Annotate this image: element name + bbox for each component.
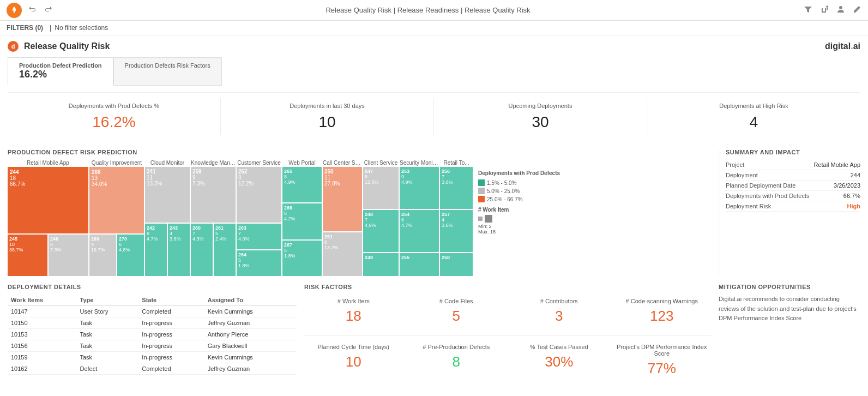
treemap-cell-257[interactable]: 257 4 3.6% <box>440 210 473 252</box>
table-row[interactable]: 10162 Defect Completed Jeffrey Guzman <box>8 363 297 375</box>
account-icon[interactable] <box>836 5 845 15</box>
mitigation-text: Digital.ai recommends to consider conduc… <box>719 295 860 323</box>
risk-pre-prod: # Pre-Production Defects 8 <box>407 340 506 380</box>
col-header-knowledge: Knowledge Manag... <box>191 160 236 166</box>
treemap-cell-244[interactable]: 244 18 66.7% <box>8 167 88 233</box>
legend-label-high: 25.0% - 66.7% <box>487 196 523 202</box>
treemap-cell-261[interactable]: 261 5 2.4% <box>214 224 236 276</box>
page-heading: Release Quality Risk <box>24 41 110 51</box>
cell-type: User Story <box>77 306 139 317</box>
table-row[interactable]: 10150 Task In-progress Jeffrey Guzman <box>8 317 297 329</box>
treemap-cell-251[interactable]: 251 6 13.2% <box>323 232 362 276</box>
cell-type: Task <box>77 329 139 340</box>
legend-title: Deployments with Prod Defects <box>478 170 560 176</box>
filter-icon[interactable] <box>804 5 812 15</box>
deployment-section: DEPLOYMENT DETAILS Work Items Type State… <box>8 284 297 380</box>
treemap-col-webportal: 265 8 4.9% 266 6 4.2% 267 5 1.8% <box>282 167 322 276</box>
table-row[interactable]: 10153 Task In-progress Anthony Pierce <box>8 329 297 340</box>
treemap-cell-263[interactable]: 263 7 4.0% <box>237 224 281 249</box>
tab-risk-factors[interactable]: Production Defects Risk Factors <box>113 57 222 86</box>
treemap-cell-258[interactable]: 258 <box>440 253 473 276</box>
table-row[interactable]: 10147 User Story Completed Kevin Cumming… <box>8 306 297 317</box>
treemap-col-customer: 262 8 12.2% 263 7 4.0% 264 5 1. <box>237 167 281 276</box>
table-row[interactable]: 10159 Task In-progress Kevin Cummings <box>8 352 297 363</box>
risk-factors-section: RISK FACTORS # Work Item 18 # Code Files… <box>304 284 711 380</box>
treemap-cell-255[interactable]: 255 <box>400 253 439 276</box>
cell-state: In-progress <box>138 317 204 329</box>
deployment-table: Work Items Type State Assigned To 10147 … <box>8 295 297 375</box>
cell-type: Task <box>77 340 139 352</box>
tab-production-defect[interactable]: Production Defect Prediction 16.2% <box>8 57 113 86</box>
cell-work-item: 10153 <box>8 329 77 340</box>
treemap-cell-259[interactable]: 259 9 7.3% <box>191 167 236 223</box>
treemap-cell-242[interactable]: 242 8 4.7% <box>145 224 167 276</box>
cell-assigned: Kevin Cummings <box>204 352 297 363</box>
cell-work-item: 10159 <box>8 352 77 363</box>
legend-min: Min: 2 <box>478 224 560 229</box>
treemap-headers: Retail Mobile App Quality Improvement Cl… <box>8 160 711 166</box>
undo-icon[interactable] <box>28 5 37 15</box>
risk-contributors: # Contributors 3 <box>510 295 608 328</box>
treemap-cell-260[interactable]: 260 7 4.3% <box>191 224 213 276</box>
nav-right <box>804 5 861 15</box>
legend-color-low <box>478 179 485 186</box>
treemap-cell-268[interactable]: 268 13 34.0% <box>89 167 144 233</box>
risk-divider <box>304 335 711 336</box>
edit-icon[interactable] <box>853 5 861 15</box>
col-header-callcenter: Call Center Supp... <box>323 160 362 166</box>
d-logo: d <box>8 41 19 52</box>
cell-work-item: 10162 <box>8 363 77 375</box>
nav-left <box>7 3 52 18</box>
treemap-cell-253[interactable]: 253 9 4.9% <box>400 167 439 209</box>
cell-state: In-progress <box>138 352 204 363</box>
risk-dpm: Project's DPM Performance Index Score 77… <box>613 340 712 380</box>
risk-cycle-time: Planned Cycle Time (days) 10 <box>304 340 403 380</box>
treemap-cell-269[interactable]: 269 9 16.7% <box>89 235 116 276</box>
treemap-cell-265[interactable]: 265 8 4.9% <box>282 167 322 202</box>
work-item-legend-title: # Work Item <box>478 207 560 213</box>
treemap-cell-266[interactable]: 266 6 4.2% <box>282 203 322 239</box>
treemap-cell-267[interactable]: 267 5 1.8% <box>282 241 322 276</box>
treemap-cell-256[interactable]: 256 7 3.8% <box>440 167 473 209</box>
legend-item-high: 25.0% - 66.7% <box>478 196 560 202</box>
legend-item-low: 1.5% - 5.0% <box>478 179 560 186</box>
treemap-cell-254[interactable]: 254 6 4.7% <box>400 210 439 252</box>
col-header-client: Client Service <box>363 160 399 166</box>
cell-state: Completed <box>138 306 204 317</box>
filters-label: FILTERS (0) <box>7 24 43 32</box>
summary-row-date: Planned Deployment Date 3/26/2023 <box>726 181 860 191</box>
tabs-container: Production Defect Prediction 16.2% Produ… <box>8 57 860 86</box>
treemap-section: PRODUCTION DEFECT RISK PREDICTION Retail… <box>8 149 711 276</box>
treemap-cell-247[interactable]: 247 8 12.8% <box>363 167 399 209</box>
treemap-cell-250[interactable]: 250 11 27.8% <box>323 167 362 231</box>
treemap-cell-246[interactable]: 246 6 7.3% <box>49 235 88 276</box>
summary-row-risk: Deployment Risk High <box>726 201 860 212</box>
redo-icon[interactable] <box>44 5 52 15</box>
treemap-cell-245[interactable]: 245 10 38.7% <box>8 235 47 276</box>
table-row[interactable]: 10156 Task In-progress Gary Blackwell <box>8 340 297 352</box>
app-logo[interactable] <box>7 3 22 18</box>
filter-no-selection: No filter selections <box>55 24 108 32</box>
treemap-cell-249[interactable]: 249 <box>363 253 399 276</box>
kpi-high-risk: Deployments at High Risk 4 <box>647 98 860 135</box>
col-work-items: Work Items <box>8 295 77 306</box>
risk-test-cases: % Test Cases Passed 30% <box>510 340 608 380</box>
kpi-deployments-30days: Deployments in last 30 days 10 <box>221 98 434 135</box>
treemap-cell-262[interactable]: 262 8 12.2% <box>237 167 281 223</box>
summary-row-deployment: Deployment 244 <box>726 170 860 181</box>
treemap-cell-248[interactable]: 248 7 4.9% <box>363 210 399 252</box>
top-nav: Release Quality Risk | Release Readiness… <box>0 0 868 21</box>
cell-assigned: Gary Blackwell <box>204 340 297 352</box>
treemap-col-knowledge: 259 9 7.3% 260 7 4.3% 261 5 2.4 <box>191 167 236 276</box>
share-icon[interactable] <box>820 5 829 15</box>
bottom-grid: DEPLOYMENT DETAILS Work Items Type State… <box>8 284 860 380</box>
cell-state: Completed <box>138 363 204 375</box>
cell-assigned: Kevin Cummings <box>204 306 297 317</box>
treemap-col-client: 247 8 12.8% 248 7 4.9% 249 <box>363 167 399 276</box>
treemap-cell-243[interactable]: 243 4 3.6% <box>168 224 190 276</box>
treemap-cell-241[interactable]: 241 11 13.3% <box>145 167 190 223</box>
summary-section: SUMMARY AND IMPACT Project Retail Mobile… <box>719 149 860 276</box>
main-content: d Release Quality Risk digital.ai Produc… <box>0 35 868 386</box>
treemap-cell-264[interactable]: 264 5 1.8% <box>237 250 281 276</box>
treemap-cell-270[interactable]: 270 6 4.8% <box>117 235 144 276</box>
